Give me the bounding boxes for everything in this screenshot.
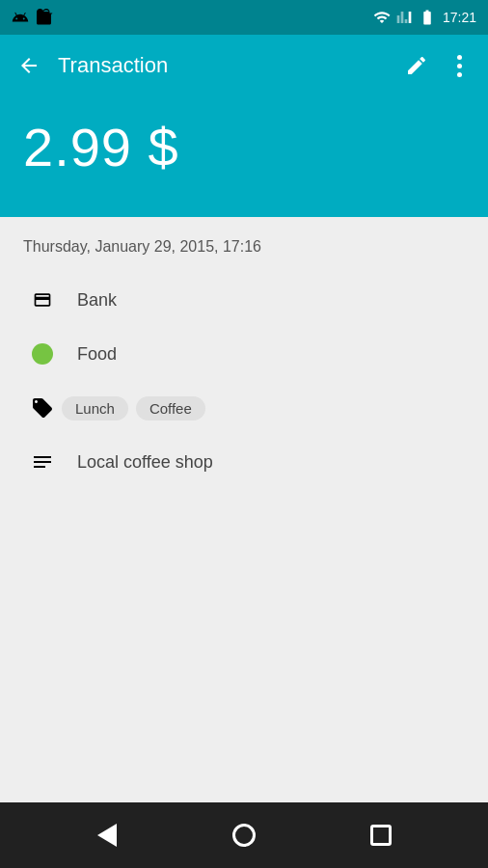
tag-coffee: Coffee (136, 396, 205, 420)
amount-value: 2.99 $ (23, 116, 179, 178)
nav-overview-button[interactable] (364, 818, 398, 853)
note-icon (31, 450, 54, 474)
bank-card-icon (29, 290, 56, 310)
nav-back-button[interactable] (90, 818, 124, 853)
note-row: Local coffee shop (0, 435, 488, 489)
more-vert-icon (457, 55, 462, 77)
category-dot (32, 343, 53, 365)
tags-container: Lunch Coffee (62, 396, 205, 420)
status-bar-left-icons (12, 9, 54, 26)
content-section: Thursday, January 29, 2015, 17:16 Bank F… (0, 217, 488, 802)
category-row: Food (0, 327, 488, 381)
app-bar-actions (395, 44, 480, 87)
app-bar: Transaction (0, 35, 488, 96)
nav-back-icon (97, 824, 117, 847)
amount-section: 2.99 $ (0, 96, 488, 217)
status-bar-right-icons: 17:21 (373, 9, 476, 26)
tag-icon-container (23, 396, 62, 420)
wifi-icon (373, 9, 391, 26)
transaction-date: Thursday, January 29, 2015, 17:16 (23, 238, 261, 255)
time-display: 17:21 (443, 10, 476, 25)
app-bar-title: Transaction (50, 53, 395, 78)
nav-overview-icon (370, 825, 392, 846)
bank-icon-container (23, 290, 62, 310)
bottom-nav (0, 802, 488, 868)
nav-home-icon (232, 824, 256, 847)
bank-row: Bank (0, 273, 488, 327)
note-icon-container (23, 450, 62, 474)
date-row: Thursday, January 29, 2015, 17:16 (0, 217, 488, 273)
category-icon-container (23, 343, 62, 365)
note-label: Local coffee shop (77, 452, 213, 473)
tag-icon (31, 396, 54, 420)
edit-button[interactable] (395, 44, 438, 87)
bag-icon (37, 9, 54, 26)
status-bar: 17:21 (0, 0, 488, 35)
android-icon (12, 9, 29, 26)
battery-icon (418, 9, 437, 26)
more-options-button[interactable] (438, 44, 480, 87)
back-button[interactable] (8, 44, 50, 87)
signal-icon (396, 9, 412, 26)
bank-label: Bank (77, 290, 117, 311)
category-label: Food (77, 344, 117, 365)
tag-lunch: Lunch (62, 396, 128, 420)
tags-row: Lunch Coffee (0, 381, 488, 435)
nav-home-button[interactable] (227, 818, 261, 853)
